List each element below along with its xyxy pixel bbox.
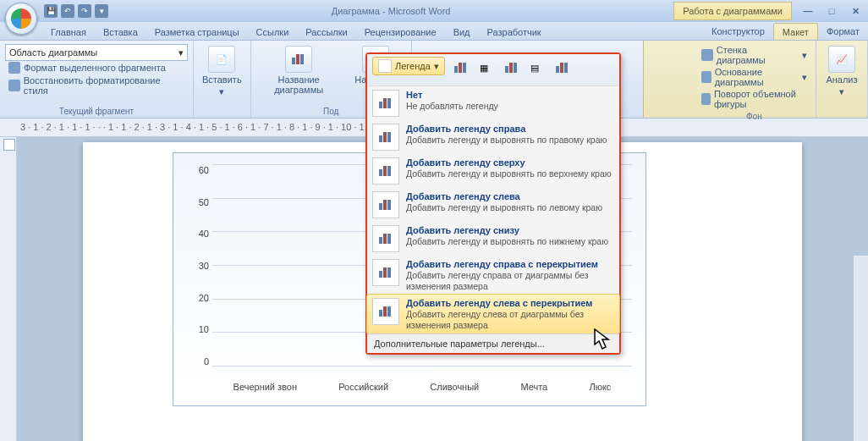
redo-icon[interactable]: ↷ bbox=[78, 4, 91, 18]
rotate-icon bbox=[701, 93, 711, 105]
legend-option-icon bbox=[372, 157, 399, 185]
more-legend-options[interactable]: Дополнительные параметры легенды... bbox=[367, 334, 619, 353]
maximize-button[interactable]: □ bbox=[822, 4, 841, 18]
legend-option-icon bbox=[372, 191, 399, 218]
group-label: Фон bbox=[746, 110, 762, 121]
legend-icon bbox=[378, 59, 392, 73]
tab-design[interactable]: Конструктор bbox=[703, 23, 773, 40]
window-title: Диаграмма - Microsoft Word bbox=[108, 6, 673, 16]
analysis-button[interactable]: 📈Анализ▾ bbox=[821, 44, 862, 98]
tab-developer[interactable]: Разработчик bbox=[479, 24, 550, 40]
chart-title-button[interactable]: Название диаграммы bbox=[256, 44, 342, 96]
legend-option[interactable]: Добавить легенду снизуДобавить легенду и… bbox=[367, 222, 619, 256]
insert-button[interactable]: 📄Вставить▾ bbox=[199, 44, 245, 98]
chevron-down-icon: ▾ bbox=[802, 50, 807, 61]
tab-home[interactable]: Главная bbox=[42, 24, 95, 40]
vertical-ruler bbox=[0, 137, 17, 441]
x-tick-label: Российский bbox=[338, 382, 388, 392]
insert-icon: 📄 bbox=[208, 46, 235, 73]
context-tab-title: Работа с диаграммами bbox=[673, 2, 792, 20]
format-selection-button[interactable]: Формат выделенного фрагмента bbox=[5, 61, 188, 74]
office-button[interactable] bbox=[5, 3, 37, 35]
format-icon bbox=[8, 62, 20, 74]
tab-view[interactable]: Вид bbox=[445, 24, 479, 40]
x-tick-label: Мечта bbox=[520, 382, 547, 392]
tab-insert[interactable]: Вставка bbox=[95, 24, 146, 40]
chart-title-icon bbox=[285, 46, 312, 73]
legend-option[interactable]: Добавить легенду слеваДобавить легенду и… bbox=[367, 188, 619, 222]
tab-references[interactable]: Ссылки bbox=[248, 24, 298, 40]
vertical-scrollbar[interactable] bbox=[853, 256, 868, 441]
rotate-3d-button[interactable]: Поворот объемной фигуры bbox=[698, 88, 810, 110]
x-tick-label: Вечерний звон bbox=[233, 382, 297, 392]
tab-pagelayout[interactable]: Разметка страницы bbox=[146, 24, 248, 40]
chart-element-combo[interactable]: Область диаграммы▾ bbox=[5, 44, 188, 61]
minimize-button[interactable]: — bbox=[799, 4, 817, 18]
close-button[interactable]: ✕ bbox=[846, 4, 865, 18]
tab-format[interactable]: Формат bbox=[818, 23, 868, 40]
legend-option-icon bbox=[372, 124, 399, 151]
legend-option-icon bbox=[372, 259, 399, 286]
save-icon[interactable]: 💾 bbox=[44, 4, 58, 18]
quick-access-toolbar: 💾 ↶ ↷ ▾ bbox=[44, 4, 108, 18]
tab-layout[interactable]: Макет bbox=[773, 23, 818, 40]
chevron-down-icon: ▾ bbox=[802, 72, 807, 83]
titlebar: 💾 ↶ ↷ ▾ Диаграмма - Microsoft Word Работ… bbox=[0, 0, 868, 22]
legend-option[interactable]: Добавить легенду сверхуДобавить легенду … bbox=[367, 154, 619, 188]
legend-option[interactable]: Добавить легенду справа с перекрытиемДоб… bbox=[367, 256, 619, 295]
chart-wall-button[interactable]: Стенка диаграммы ▾ bbox=[698, 44, 810, 66]
tab-mailings[interactable]: Рассылки bbox=[297, 24, 355, 40]
reset-icon bbox=[8, 80, 20, 91]
ribbon: Область диаграммы▾ Формат выделенного фр… bbox=[0, 41, 868, 119]
tab-review[interactable]: Рецензирование bbox=[356, 24, 445, 40]
legend-option[interactable]: Добавить легенду слева с перекрытиемДоба… bbox=[366, 294, 620, 334]
legend-option[interactable]: Добавить легенду справаДобавить легенду … bbox=[367, 120, 619, 154]
legend-option-icon bbox=[372, 225, 399, 252]
floor-icon bbox=[701, 71, 711, 83]
undo-icon[interactable]: ↶ bbox=[61, 4, 74, 18]
group-label: Текущий фрагмент bbox=[5, 105, 188, 116]
chevron-down-icon: ▾ bbox=[839, 86, 844, 96]
wall-icon bbox=[701, 49, 713, 61]
legend-option-icon bbox=[372, 90, 399, 117]
chart-floor-button[interactable]: Основание диаграммы ▾ bbox=[698, 66, 810, 88]
reset-style-button[interactable]: Восстановить форматирование стиля bbox=[5, 74, 188, 96]
ruler-toggle[interactable] bbox=[3, 139, 15, 151]
ribbon-tabs: Главная Вставка Разметка страницы Ссылки… bbox=[0, 22, 868, 41]
legend-option-icon bbox=[372, 298, 399, 325]
group-label: Под bbox=[323, 105, 338, 116]
chevron-down-icon: ▾ bbox=[219, 86, 224, 96]
x-tick-label: Сливочный bbox=[430, 382, 479, 392]
analysis-icon: 📈 bbox=[828, 46, 855, 73]
x-tick-label: Люкс bbox=[589, 382, 611, 392]
chevron-down-icon: ▾ bbox=[179, 47, 184, 58]
qat-more-icon[interactable]: ▾ bbox=[95, 4, 108, 18]
